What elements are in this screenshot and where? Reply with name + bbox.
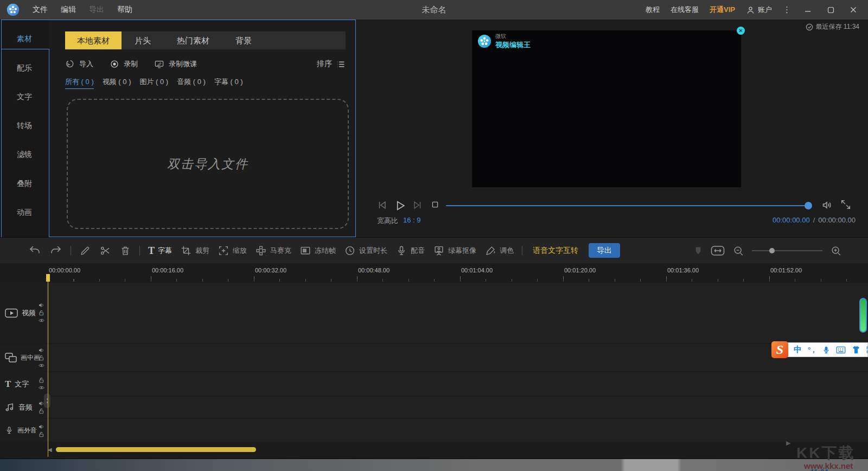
crop-icon (180, 245, 192, 257)
brand-text-large: 视频编辑王 (495, 40, 531, 50)
track-audio-header[interactable]: 音频 (0, 397, 46, 418)
total-time: 00:00:00.00 (818, 216, 856, 224)
track-video-header[interactable]: 视频 (0, 283, 46, 343)
zoom-slider-knob[interactable] (769, 248, 775, 253)
cut-button[interactable] (99, 245, 111, 257)
delete-button[interactable] (119, 245, 131, 257)
zoom-in-button[interactable] (830, 245, 842, 257)
fullscreen-icon[interactable] (840, 199, 853, 212)
menu-file[interactable]: 文件 (33, 5, 48, 15)
subtitle-tool[interactable]: T 字幕 (148, 246, 172, 256)
ime-skin-icon[interactable] (852, 346, 860, 354)
restore-button[interactable] (825, 4, 837, 16)
filter-all[interactable]: 所有 ( 0 ) (65, 77, 94, 89)
tab-hot-media[interactable]: 热门素材 (164, 31, 222, 49)
rail-item-material[interactable]: 素材 (0, 34, 49, 44)
filter-subtitle[interactable]: 字幕 ( 0 ) (214, 77, 243, 89)
color-grading-tool[interactable]: 调色 (484, 245, 514, 257)
track-pip-header[interactable]: 画中画 (0, 344, 46, 371)
rail-item-text[interactable]: 文字 (0, 92, 49, 102)
zoom-out-button[interactable] (732, 245, 744, 257)
saved-check-icon (806, 23, 813, 31)
playhead-handle[interactable] (46, 274, 50, 282)
more-menu-icon[interactable]: ⋮ (783, 5, 791, 15)
menu-edit[interactable]: 编辑 (61, 5, 76, 15)
toolbar-separator (522, 246, 522, 256)
fit-timeline-button[interactable] (711, 245, 725, 256)
tab-local-media[interactable]: 本地素材 (65, 31, 122, 49)
minimize-button[interactable] (802, 4, 814, 16)
library-tabs: 本地素材 片头 热门素材 背景 (65, 31, 346, 49)
filter-image[interactable]: 图片 ( 0 ) (139, 77, 168, 89)
play-button[interactable] (393, 199, 406, 212)
ime-logo-icon[interactable]: S (771, 341, 788, 358)
record-course-button[interactable]: 录制微课 (154, 59, 197, 69)
close-button[interactable] (847, 4, 859, 16)
account-button[interactable]: 账户 (746, 5, 772, 15)
set-duration-tool[interactable]: 设置时长 (344, 245, 387, 257)
ime-punctuation-toggle[interactable]: °， (808, 345, 816, 355)
export-button[interactable]: 导出 (589, 243, 620, 258)
track-text-header[interactable]: T 文字 (0, 372, 46, 396)
next-frame-button[interactable] (411, 199, 424, 212)
sort-button[interactable]: 排序 (317, 59, 346, 69)
scroll-left-arrow[interactable]: ◀ (48, 447, 52, 453)
aspect-ratio-value[interactable]: 16 : 9 (403, 216, 421, 224)
dubbing-tool[interactable]: 配音 (395, 245, 425, 257)
rail-item-transition[interactable]: 转场 (0, 121, 49, 131)
tutorial-link[interactable]: 教程 (646, 5, 660, 15)
track-video-lane[interactable]: 视频 (0, 283, 868, 343)
import-dropzone[interactable]: 双击导入文件 (67, 99, 349, 229)
app-logo-icon[interactable] (7, 3, 20, 16)
panel-border-right (355, 20, 356, 237)
stop-button[interactable] (429, 199, 442, 212)
filter-audio[interactable]: 音频 ( 0 ) (177, 77, 206, 89)
import-button[interactable]: 导入 (65, 59, 93, 69)
tab-intro[interactable]: 片头 (122, 31, 164, 49)
speech-to-text-button[interactable]: 语音文字互转 (533, 246, 578, 256)
lock-icon (39, 310, 44, 316)
timeline-horizontal-scrollbar[interactable] (56, 447, 256, 452)
green-screen-tool[interactable]: 绿幕抠像 (433, 245, 476, 257)
track-voiceover-header[interactable]: 画外音 (0, 419, 46, 442)
redo-button[interactable] (49, 244, 62, 257)
video-preview-canvas[interactable]: 微软 视频编辑王 ✕ (472, 30, 741, 187)
seek-bar[interactable] (446, 205, 808, 206)
undo-button[interactable] (28, 244, 41, 257)
track-text-lane[interactable]: T 文字 (0, 372, 868, 396)
seek-handle[interactable] (805, 202, 812, 209)
rail-item-overlay[interactable]: 叠附 (0, 179, 49, 189)
timeline-zoom-slider[interactable] (752, 250, 822, 251)
menu-help[interactable]: 帮助 (117, 5, 132, 15)
rail-item-music[interactable]: 配乐 (0, 63, 49, 73)
timeline-vertical-scrollbar[interactable] (859, 298, 867, 333)
record-button[interactable]: 录制 (110, 59, 138, 69)
visibility-icon (39, 362, 44, 368)
filter-video[interactable]: 视频 ( 0 ) (103, 77, 131, 89)
crop-tool[interactable]: 裁剪 (180, 245, 209, 257)
text-track-icon: T (5, 379, 11, 389)
edit-pencil-button[interactable] (79, 245, 91, 257)
watermark-brand: 微软 视频编辑王 (477, 33, 531, 50)
ime-keyboard-icon[interactable] (836, 346, 846, 354)
volume-icon[interactable] (821, 199, 834, 212)
tab-background[interactable]: 背景 (222, 31, 265, 49)
track-pip-lane[interactable]: 画中画 (0, 344, 868, 371)
ime-mode-toggle[interactable]: 中 (794, 345, 802, 355)
scale-tool[interactable]: 缩放 (218, 245, 247, 257)
sort-list-icon (336, 60, 346, 69)
rail-item-animation[interactable]: 动画 (0, 208, 49, 218)
track-collapse-handle[interactable] (44, 393, 50, 408)
ruler-minor-ticks[interactable] (48, 279, 868, 282)
ime-mic-icon[interactable] (822, 346, 830, 354)
track-audio-lane[interactable]: 音频 (0, 397, 868, 418)
vip-link[interactable]: 开通VIP (710, 5, 735, 15)
prev-frame-button[interactable] (376, 199, 389, 212)
support-link[interactable]: 在线客服 (671, 5, 699, 15)
watermark-close-icon[interactable]: ✕ (737, 27, 745, 35)
rail-item-filter[interactable]: 滤镜 (0, 150, 49, 160)
track-voiceover-lane[interactable]: 画外音 (0, 419, 868, 442)
mosaic-tool[interactable]: 马赛克 (255, 245, 291, 257)
playhead-line[interactable] (48, 274, 48, 457)
freeze-frame-tool[interactable]: 冻结帧 (299, 245, 336, 257)
